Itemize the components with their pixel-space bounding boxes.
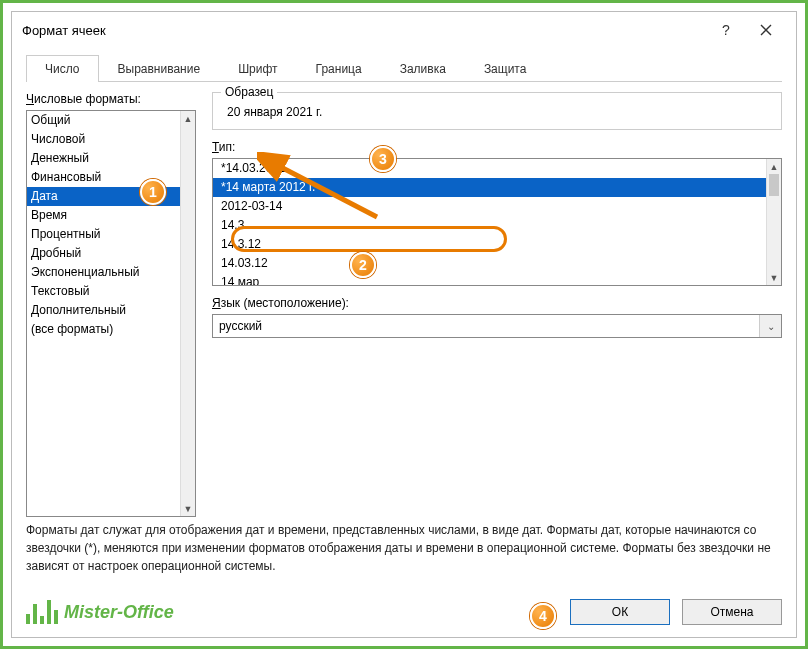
type-item[interactable]: *14.03.2012 [213, 159, 766, 178]
tab-font[interactable]: Шрифт [219, 55, 296, 82]
chevron-down-icon: ⌄ [767, 321, 775, 332]
sample-label: Образец [221, 85, 277, 99]
categories-label: Числовые форматы: [26, 92, 196, 106]
locale-label: Язык (местоположение): [212, 296, 782, 310]
locale-value: русский [219, 319, 262, 333]
category-item[interactable]: Дополнительный [27, 301, 180, 320]
type-label: Тип: [212, 140, 782, 154]
scroll-thumb[interactable] [769, 174, 779, 196]
categories-listbox[interactable]: ОбщийЧисловойДенежныйФинансовыйДатаВремя… [26, 110, 196, 517]
category-item[interactable]: Процентный [27, 225, 180, 244]
scroll-down-icon[interactable]: ▼ [181, 501, 195, 516]
scroll-up-icon[interactable]: ▲ [767, 159, 781, 174]
window-title: Формат ячеек [22, 23, 706, 38]
dialog-content: Число Выравнивание Шрифт Граница Заливка… [12, 48, 796, 587]
dropdown-button[interactable]: ⌄ [759, 315, 781, 337]
sample-value: 20 января 2021 г. [223, 99, 771, 119]
type-item[interactable]: 2012-03-14 [213, 197, 766, 216]
format-description: Форматы дат служат для отображения дат и… [26, 517, 782, 587]
tab-body: Числовые форматы: ОбщийЧисловойДенежныйФ… [26, 82, 782, 517]
category-item[interactable]: Экспоненциальный [27, 263, 180, 282]
type-item[interactable]: 14 мар [213, 273, 766, 285]
sample-groupbox: Образец 20 января 2021 г. [212, 92, 782, 130]
category-item[interactable]: Дробный [27, 244, 180, 263]
screenshot-frame: Формат ячеек ? Число Выравнивание Шрифт … [0, 0, 808, 649]
types-listbox[interactable]: *14.03.2012*14 марта 2012 г.2012-03-1414… [212, 158, 782, 286]
category-item[interactable]: Текстовый [27, 282, 180, 301]
watermark-logo: Mister-Office [26, 600, 174, 624]
locale-dropdown[interactable]: русский ⌄ [212, 314, 782, 338]
type-item[interactable]: 14.3 [213, 216, 766, 235]
logo-bars-icon [26, 600, 58, 624]
type-item[interactable]: 14.03.12 [213, 254, 766, 273]
type-item[interactable]: *14 марта 2012 г. [213, 178, 766, 197]
titlebar: Формат ячеек ? [12, 12, 796, 48]
dialog-footer: Mister-Office ОК Отмена [12, 587, 796, 637]
tab-number[interactable]: Число [26, 55, 99, 82]
category-item[interactable]: Числовой [27, 130, 180, 149]
tab-alignment[interactable]: Выравнивание [99, 55, 220, 82]
annotation-badge-2: 2 [350, 252, 376, 278]
format-cells-dialog: Формат ячеек ? Число Выравнивание Шрифт … [11, 11, 797, 638]
types-scrollbar[interactable]: ▲ ▼ [766, 159, 781, 285]
category-item[interactable]: Время [27, 206, 180, 225]
category-item[interactable]: Общий [27, 111, 180, 130]
annotation-badge-1: 1 [140, 179, 166, 205]
tab-bar: Число Выравнивание Шрифт Граница Заливка… [26, 54, 782, 82]
cancel-button[interactable]: Отмена [682, 599, 782, 625]
scroll-down-icon[interactable]: ▼ [767, 270, 781, 285]
ok-button[interactable]: ОК [570, 599, 670, 625]
help-button[interactable]: ? [706, 16, 746, 44]
close-icon [760, 24, 772, 36]
left-column: Числовые форматы: ОбщийЧисловойДенежныйФ… [26, 92, 196, 517]
tab-fill[interactable]: Заливка [381, 55, 465, 82]
right-column: Образец 20 января 2021 г. Тип: *14.03.20… [212, 92, 782, 517]
tab-border[interactable]: Граница [297, 55, 381, 82]
type-item[interactable]: 14.3.12 [213, 235, 766, 254]
annotation-badge-4: 4 [530, 603, 556, 629]
annotation-badge-3: 3 [370, 146, 396, 172]
category-item[interactable]: Денежный [27, 149, 180, 168]
category-item[interactable]: (все форматы) [27, 320, 180, 339]
scroll-up-icon[interactable]: ▲ [181, 111, 195, 126]
logo-text: Mister-Office [64, 602, 174, 623]
close-button[interactable] [746, 16, 786, 44]
tab-protection[interactable]: Защита [465, 55, 546, 82]
categories-scrollbar[interactable]: ▲ ▼ [180, 111, 195, 516]
